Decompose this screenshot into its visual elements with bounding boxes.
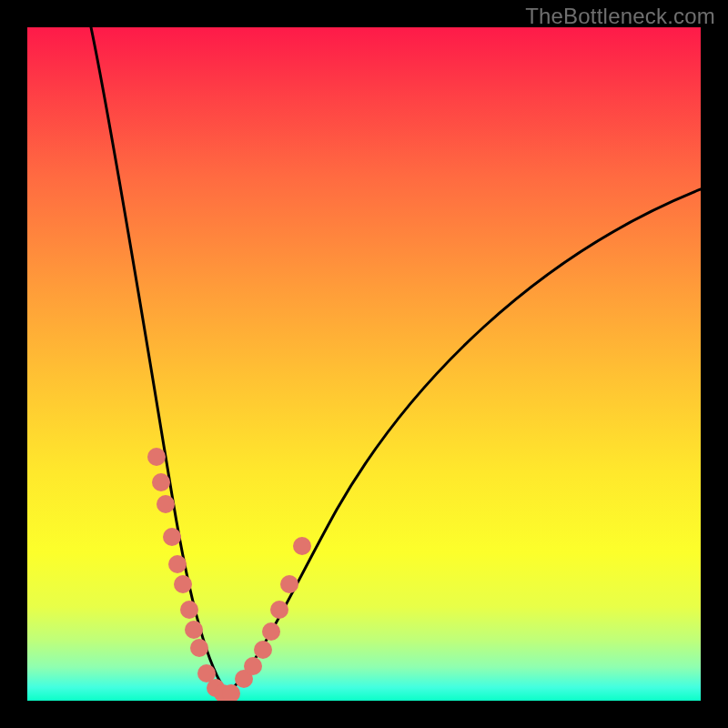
marker-dots <box>147 448 311 701</box>
dot <box>270 601 288 619</box>
chart-svg <box>27 27 701 701</box>
dot <box>174 575 192 593</box>
dot <box>262 622 280 641</box>
dot <box>293 537 311 555</box>
dot <box>163 528 181 546</box>
curve-right <box>228 189 701 693</box>
dot <box>168 555 187 573</box>
dot <box>244 657 262 675</box>
dot <box>254 641 272 659</box>
dot <box>185 621 203 639</box>
watermark-text: TheBottleneck.com <box>525 4 715 29</box>
dot <box>152 473 170 491</box>
chart-frame <box>27 27 701 701</box>
dot <box>157 495 175 513</box>
dot <box>280 575 298 593</box>
curve-left <box>91 27 228 693</box>
dot <box>147 448 166 466</box>
dot <box>180 601 198 619</box>
dot <box>190 639 208 657</box>
